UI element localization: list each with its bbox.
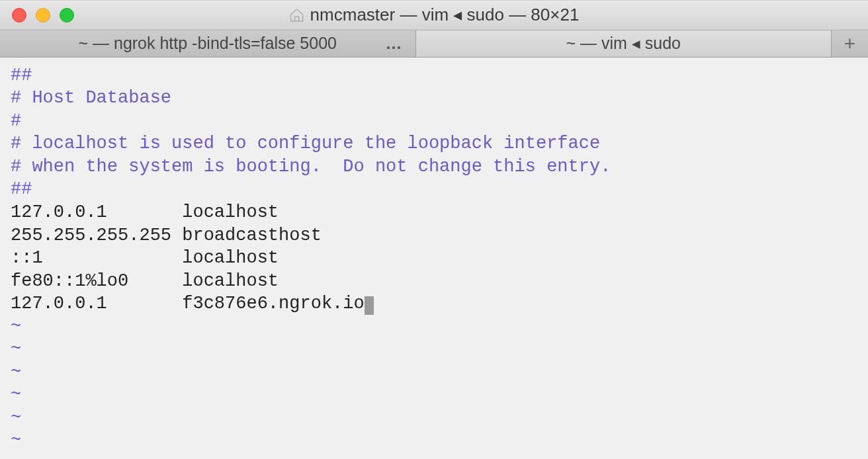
vim-tilde: ~	[11, 431, 21, 450]
home-icon	[289, 7, 305, 23]
comment-line: #	[11, 111, 21, 131]
cursor	[365, 296, 374, 315]
new-tab-button[interactable]: +	[832, 30, 868, 57]
titlebar[interactable]: nmcmaster — vim ◂ sudo — 80×21	[0, 1, 868, 30]
tab-ngrok[interactable]: ~ — ngrok http -bind-tls=false 5000 …	[0, 30, 416, 57]
host-entry-name: localhost	[171, 248, 279, 268]
vim-tilde: ~	[11, 385, 21, 405]
window-title: nmcmaster — vim ◂ sudo — 80×21	[289, 5, 580, 25]
vim-tilde: ~	[11, 362, 21, 382]
host-entry-ip: ::1	[11, 248, 171, 268]
host-entry-name: localhost	[171, 202, 279, 222]
close-button[interactable]	[12, 8, 26, 22]
terminal-content[interactable]: ## # Host Database # # localhost is used…	[0, 58, 868, 459]
comment-line: # when the system is booting. Do not cha…	[11, 157, 611, 177]
minimize-button[interactable]	[36, 8, 50, 22]
host-entry-name: broadcasthost	[171, 226, 322, 245]
tab-label: ~ — vim ◂ sudo	[566, 34, 681, 53]
comment-line: ##	[11, 65, 32, 85]
tab-label: ~ — ngrok http -bind-tls=false 5000	[78, 34, 337, 53]
vim-tilde: ~	[11, 339, 21, 359]
host-entry-ip: 255.255.255.255	[11, 226, 171, 245]
host-entry-name: localhost	[171, 271, 279, 291]
maximize-button[interactable]	[60, 8, 74, 22]
comment-line: # Host Database	[11, 88, 171, 108]
plus-icon: +	[844, 32, 856, 55]
window-title-text: nmcmaster — vim ◂ sudo — 80×21	[310, 5, 580, 25]
host-entry-ip: 127.0.0.1	[11, 202, 171, 222]
tab-ellipsis: …	[386, 34, 404, 53]
vim-tilde: ~	[11, 317, 21, 337]
terminal-window: nmcmaster — vim ◂ sudo — 80×21 ~ — ngrok…	[0, 0, 868, 459]
traffic-lights	[12, 8, 74, 22]
host-entry-ip: fe80::1%lo0	[11, 271, 171, 291]
host-entry-ip: 127.0.0.1	[11, 294, 171, 313]
tab-bar: ~ — ngrok http -bind-tls=false 5000 … ~ …	[0, 30, 868, 58]
comment-line: ##	[11, 179, 32, 199]
tab-vim-sudo[interactable]: ~ — vim ◂ sudo	[416, 30, 832, 57]
host-entry-name: f3c876e6.ngrok.io	[171, 294, 365, 313]
comment-line: # localhost is used to configure the loo…	[11, 134, 600, 153]
vim-tilde: ~	[11, 408, 21, 428]
